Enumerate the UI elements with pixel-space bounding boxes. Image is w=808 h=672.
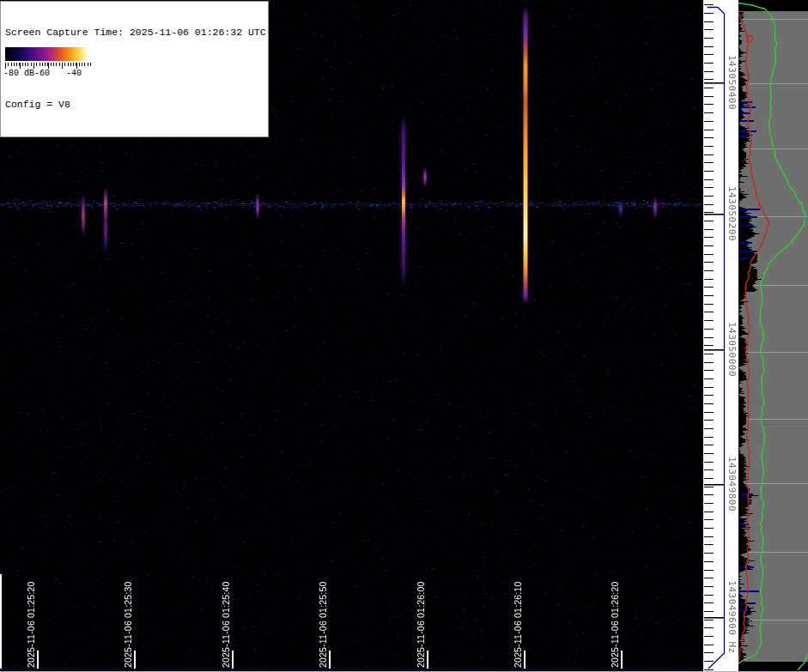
frequency-tick-label: 143050200 — [726, 186, 738, 241]
time-tick-label: 2025-11-06 01:26:10 — [513, 581, 523, 668]
time-tick-mark — [37, 651, 39, 669]
scale-label-min: -80 dB — [3, 69, 34, 78]
frequency-tick-label: 143049800 — [726, 457, 738, 512]
spectrum-panel[interactable] — [738, 0, 808, 672]
time-tick-mark — [329, 651, 331, 669]
time-tick-label: 2025-11-06 01:25:20 — [26, 581, 36, 668]
time-tick-label: 2025-11-06 01:25:40 — [221, 581, 231, 668]
spectrum-lab-screen-capture: Screen Capture Time: 2025-11-06 01:26:32… — [0, 0, 808, 672]
time-tick-label: 2025-11-06 01:26:00 — [416, 581, 426, 668]
time-label-cutoff — [0, 574, 2, 669]
frequency-tick-label: 143050000 — [726, 322, 738, 377]
time-tick-mark — [524, 651, 526, 669]
frequency-tick-label: 143050400 — [726, 55, 738, 110]
time-tick-mark — [134, 651, 136, 669]
scale-label-mid: -60 — [34, 69, 50, 78]
time-tick-label: 2025-11-06 01:25:50 — [318, 581, 328, 668]
scale-label-max: -40 — [66, 69, 82, 78]
time-tick-mark — [427, 651, 428, 669]
frequency-tick-label: 143049600 Hz — [726, 580, 738, 653]
amplitude-ruler — [5, 63, 91, 69]
amplitude-color-gradient[interactable] — [5, 47, 91, 61]
color-scale-legend: -80 dB -60 -40 — [3, 45, 94, 82]
time-tick-label: 2025-11-06 01:26:20 — [610, 581, 620, 668]
frequency-axis[interactable]: 1430504001430502001430500001430498001430… — [703, 0, 738, 672]
time-tick-label: 2025-11-06 01:25:30 — [123, 581, 133, 668]
time-tick-mark — [621, 651, 623, 669]
ruler-minor-ticks — [5, 63, 91, 66]
time-tick-mark — [232, 651, 234, 669]
capture-time-text: Screen Capture Time: 2025-11-06 01:26:32… — [5, 27, 265, 39]
config-text: Config = V8 — [5, 99, 265, 111]
